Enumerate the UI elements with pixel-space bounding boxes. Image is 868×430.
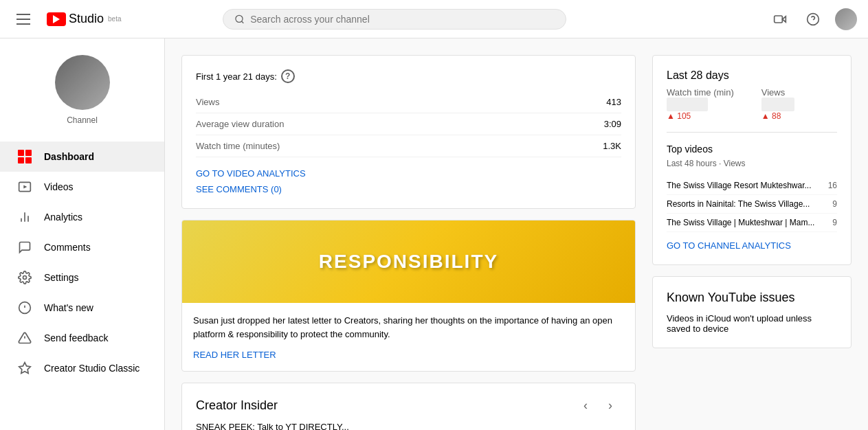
top-video-views-0: 16 <box>828 181 837 190</box>
sidebar-item-label: Videos <box>44 181 74 192</box>
top-video-title-1: Resorts in Nainital: The Swiss Village..… <box>667 199 818 209</box>
known-issues-description: Videos in iCloud won't upload unless sav… <box>667 313 837 334</box>
sidebar-item-label: Creator Studio Classic <box>44 363 140 374</box>
sidebar-item-label: What's new <box>44 302 93 313</box>
channel-section: Channel <box>0 38 164 136</box>
sidebar-item-label: Comments <box>44 242 91 253</box>
sidebar-item-dashboard[interactable]: Dashboard <box>0 142 164 172</box>
hamburger-menu[interactable] <box>11 8 36 30</box>
creator-studio-classic-icon <box>16 360 33 376</box>
go-to-channel-analytics-link[interactable]: GO TO CHANNEL ANALYTICS <box>667 240 837 251</box>
known-issues-card: Known YouTube issues Videos in iCloud wo… <box>652 276 852 348</box>
svg-point-0 <box>236 15 243 22</box>
sidebar-item-label: Settings <box>44 272 79 283</box>
creator-card-subtitle: SNEAK PEEK: Talk to YT DIRECTLY... <box>182 422 635 430</box>
read-her-letter-link[interactable]: READ HER LETTER <box>193 350 276 360</box>
topbar-right <box>769 8 857 30</box>
views-main-value <box>761 98 794 111</box>
top-videos-section: Top videos Last 48 hours · Views The Swi… <box>667 144 837 232</box>
creator-next-button[interactable]: › <box>599 394 621 416</box>
help-icon[interactable] <box>802 8 824 30</box>
topbar-left: Studiobeta <box>11 8 122 30</box>
svg-rect-2 <box>775 16 783 23</box>
creator-prev-button[interactable]: ‹ <box>575 394 597 416</box>
search-input[interactable] <box>250 14 555 25</box>
responsibility-thumbnail: RESPONSIBILITY <box>182 220 635 303</box>
studio-label: Studio <box>69 12 104 26</box>
divider <box>667 132 837 133</box>
sidebar-item-whats-new[interactable]: What's new <box>0 293 164 323</box>
creator-insider-card: Creator Insider ‹ › SNEAK PEEK: Talk to … <box>181 383 636 430</box>
avg-view-value: 3:09 <box>604 119 621 129</box>
channel-avatar-image <box>55 55 110 110</box>
responsibility-text-section: Susan just dropped her latest letter to … <box>182 303 635 371</box>
sidebar-item-label: Send feedback <box>44 332 108 343</box>
channel-avatar <box>55 55 110 110</box>
stats-period: First 1 year 21 days: ? <box>196 69 621 83</box>
top-video-views-2: 9 <box>832 218 837 227</box>
sidebar-item-creator-studio-classic[interactable]: Creator Studio Classic <box>0 353 164 383</box>
views-change: ▲ 88 <box>761 111 794 121</box>
views-col: Views ▲ 88 <box>761 87 794 121</box>
svg-marker-7 <box>23 185 27 189</box>
settings-icon <box>16 269 33 286</box>
go-to-video-analytics-link[interactable]: GO TO VIDEO ANALYTICS <box>196 168 621 179</box>
responsibility-card: RESPONSIBILITY Susan just dropped her la… <box>181 220 636 372</box>
send-feedback-icon <box>16 330 33 346</box>
sidebar-item-comments[interactable]: Comments <box>0 232 164 262</box>
top-video-title-2: The Swiss Village | Mukteshwar | Mam... <box>667 218 818 227</box>
top-videos-header: Top videos <box>667 144 713 155</box>
sidebar-item-analytics[interactable]: Analytics <box>0 202 164 232</box>
avatar[interactable] <box>835 8 857 30</box>
channel-analytics-card: Last 28 days Watch time (min) ▲ 105 View… <box>652 55 852 265</box>
creator-nav: ‹ › <box>575 394 621 416</box>
dashboard-icon <box>16 148 33 165</box>
watch-time-col: Watch time (min) ▲ 105 <box>667 87 734 121</box>
channel-label: Channel <box>11 115 153 125</box>
topbar: Studiobeta <box>0 0 868 38</box>
watch-time-change: ▲ 105 <box>667 111 734 121</box>
watch-time-col-label: Watch time (min) <box>667 87 734 98</box>
top-video-title-0: The Swiss Village Resort Mukteshwar... <box>667 181 818 190</box>
videos-icon <box>16 179 33 195</box>
analytics-icon <box>16 209 33 225</box>
search-bar <box>223 9 566 30</box>
sidebar: Channel Dashboard Videos <box>0 38 165 430</box>
sidebar-item-send-feedback[interactable]: Send feedback <box>0 323 164 353</box>
svg-line-1 <box>242 21 244 23</box>
video-stats-card: First 1 year 21 days: ? Views 413 Averag… <box>181 55 636 209</box>
stats-columns: Watch time (min) ▲ 105 Views ▲ 88 <box>667 87 837 121</box>
views-row: Views 413 <box>196 91 621 113</box>
watch-time-row: Watch time (minutes) 1.3K <box>196 135 621 157</box>
views-value: 413 <box>606 97 621 107</box>
see-comments-link[interactable]: SEE COMMENTS (0) <box>196 184 621 194</box>
search-icon <box>234 14 245 25</box>
responsibility-title-text: RESPONSIBILITY <box>319 250 498 273</box>
camera-icon[interactable] <box>769 8 791 30</box>
center-column: First 1 year 21 days: ? Views 413 Averag… <box>181 55 636 430</box>
creator-card-header: Creator Insider ‹ › <box>182 383 635 422</box>
watch-time-main-value <box>667 98 708 111</box>
top-videos-meta: Last 48 hours · Views <box>667 159 837 168</box>
search-form <box>223 9 566 30</box>
responsibility-description: Susan just dropped her latest letter to … <box>193 314 624 341</box>
sidebar-item-videos[interactable]: Videos <box>0 172 164 202</box>
top-video-row-1: Resorts in Nainital: The Swiss Village..… <box>667 195 837 214</box>
creator-insider-title: Creator Insider <box>196 398 278 413</box>
youtube-logo-icon <box>47 12 66 26</box>
avg-view-label: Average view duration <box>196 119 284 129</box>
svg-point-11 <box>23 276 27 280</box>
top-video-row-0: The Swiss Village Resort Mukteshwar... 1… <box>667 177 837 195</box>
sidebar-nav: Dashboard Videos Analytics <box>0 136 164 389</box>
logo[interactable]: Studiobeta <box>47 12 122 26</box>
period-help-icon[interactable]: ? <box>281 69 295 83</box>
right-column: Last 28 days Watch time (min) ▲ 105 View… <box>652 55 852 430</box>
whats-new-icon <box>16 299 33 316</box>
beta-label: beta <box>108 15 121 23</box>
period-label: First 1 year 21 days: <box>196 71 277 82</box>
comments-icon <box>16 239 33 256</box>
top-video-views-1: 9 <box>832 199 837 209</box>
views-label: Views <box>196 97 219 107</box>
sidebar-item-label: Dashboard <box>44 151 94 162</box>
sidebar-item-settings[interactable]: Settings <box>0 262 164 293</box>
